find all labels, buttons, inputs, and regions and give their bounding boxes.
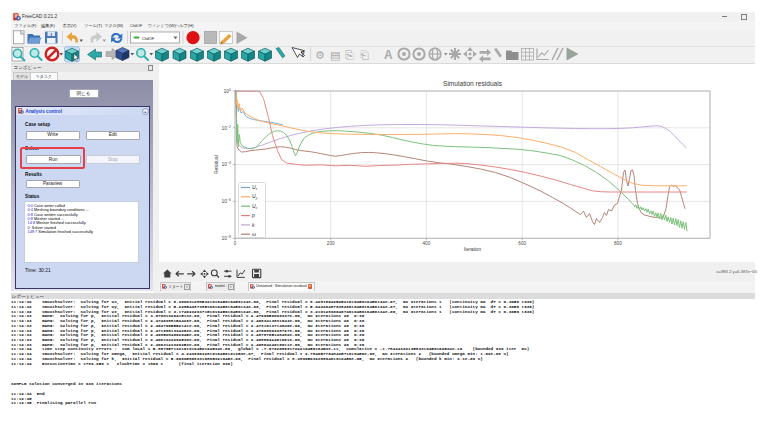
svg-text:800: 800: [614, 240, 622, 245]
svg-text:p: p: [251, 212, 255, 218]
svg-text:Residual: Residual: [214, 155, 219, 174]
svg-text:200: 200: [326, 240, 334, 245]
svg-text:600: 600: [518, 240, 526, 245]
svg-text:10−8: 10−8: [221, 234, 231, 240]
svg-text:0: 0: [233, 240, 236, 245]
svg-text:Iteration: Iteration: [463, 246, 481, 251]
svg-text:10−4: 10−4: [221, 161, 231, 167]
svg-text:Simulation residuals: Simulation residuals: [442, 80, 502, 87]
svg-text:10−6: 10−6: [221, 198, 231, 204]
svg-text:10−2: 10−2: [221, 124, 231, 130]
svg-text:100: 100: [223, 87, 231, 93]
svg-text:400: 400: [422, 240, 430, 245]
svg-text:ω: ω: [252, 230, 256, 236]
